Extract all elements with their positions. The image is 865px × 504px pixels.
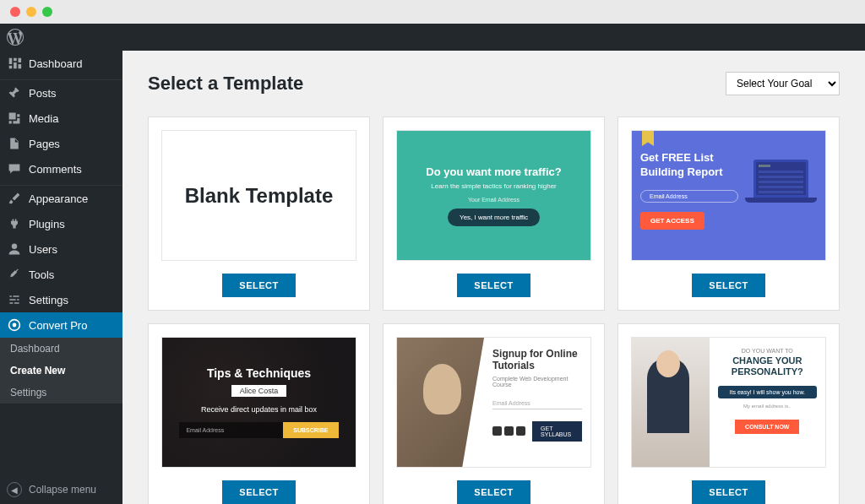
sidebar-item-label: Comments bbox=[29, 163, 82, 176]
template-preview[interactable]: DO YOU WANT TO CHANGE YOUR PERSONALITY? … bbox=[631, 337, 826, 468]
sidebar-item-appearance[interactable]: Appearance bbox=[0, 186, 122, 211]
template-card-signup: Signup for Online Tutorials Complete Web… bbox=[383, 323, 605, 504]
main-content: Select a Template Select Your Goal Blank… bbox=[122, 51, 865, 504]
template-preview[interactable]: Do you want more traffic? Learn the simp… bbox=[396, 130, 591, 261]
preview-subtext: Complete Web Development Course bbox=[492, 376, 582, 387]
preview-cta: Yes, I want more traffic bbox=[448, 209, 540, 226]
select-button[interactable]: SELECT bbox=[457, 480, 530, 504]
template-card-report: Get FREE List Building Report Email Addr… bbox=[617, 117, 840, 311]
preview-question: DO YOU WANT TO bbox=[718, 348, 817, 354]
preview-email-input: Email Address bbox=[492, 398, 582, 409]
page-header: Select a Template Select Your Goal bbox=[148, 72, 840, 95]
sidebar-item-label: Appearance bbox=[29, 192, 88, 205]
sidebar-item-pages[interactable]: Pages bbox=[0, 131, 122, 156]
preview-photo bbox=[397, 338, 484, 467]
preview-email-label: Your Email Address bbox=[468, 197, 520, 203]
social-icons bbox=[492, 426, 525, 436]
submenu-item-create-new[interactable]: Create New bbox=[0, 360, 122, 382]
select-button[interactable]: SELECT bbox=[692, 274, 764, 297]
preview-heading: Signup for Online Tutorials bbox=[492, 348, 582, 372]
collapse-icon: ◀ bbox=[7, 482, 22, 497]
blank-template-label: Blank Template bbox=[185, 184, 334, 208]
preview-cta: CONSULT NOW bbox=[735, 420, 799, 434]
sidebar-item-settings[interactable]: Settings bbox=[0, 287, 122, 312]
mac-titlebar bbox=[0, 0, 865, 24]
preview-banner: Its easy! I will show you how. bbox=[718, 386, 817, 398]
target-icon bbox=[7, 317, 22, 333]
template-preview[interactable]: Get FREE List Building Report Email Addr… bbox=[631, 130, 826, 261]
preview-photo bbox=[632, 338, 710, 467]
submenu-item-settings[interactable]: Settings bbox=[0, 382, 122, 404]
template-grid: Blank Template SELECT Do you want more t… bbox=[148, 117, 840, 504]
collapse-label: Collapse menu bbox=[29, 484, 96, 496]
comment-icon bbox=[7, 161, 22, 176]
template-card-traffic: Do you want more traffic? Learn the simp… bbox=[383, 117, 605, 311]
preview-heading: Tips & Techniques bbox=[207, 366, 311, 380]
template-preview[interactable]: Tips & Techniques Alice Costa Receive di… bbox=[161, 337, 356, 468]
sidebar-item-label: Posts bbox=[29, 87, 57, 100]
page-icon bbox=[7, 136, 22, 151]
facebook-icon bbox=[492, 426, 502, 436]
preview-subtext: Learn the simple tactics for ranking hig… bbox=[431, 182, 557, 190]
page-title: Select a Template bbox=[148, 73, 303, 95]
collapse-menu-button[interactable]: ◀ Collapse menu bbox=[0, 475, 122, 504]
sidebar-item-label: Convert Pro bbox=[29, 319, 87, 332]
preview-heading: Do you want more traffic? bbox=[426, 165, 561, 178]
preview-heading: Get FREE List Building Report bbox=[640, 151, 738, 180]
preview-email-input: Email Address bbox=[179, 422, 283, 438]
laptop-icon bbox=[745, 160, 817, 219]
google-icon bbox=[516, 426, 525, 436]
preview-subtext: Receive direct updates in mail box bbox=[201, 405, 317, 414]
select-button[interactable]: SELECT bbox=[457, 274, 530, 297]
sidebar-item-convert-pro[interactable]: Convert Pro bbox=[0, 312, 122, 338]
user-icon bbox=[7, 241, 22, 257]
select-button[interactable]: SELECT bbox=[692, 480, 764, 504]
plug-icon bbox=[7, 216, 22, 231]
wrench-icon bbox=[7, 267, 22, 282]
sidebar-item-media[interactable]: Media bbox=[0, 106, 122, 131]
preview-author: Alice Costa bbox=[231, 385, 287, 397]
select-button[interactable]: SELECT bbox=[222, 274, 295, 297]
template-card-blank: Blank Template SELECT bbox=[148, 117, 370, 311]
sidebar-item-label: Dashboard bbox=[29, 57, 83, 70]
admin-sidebar: Dashboard Posts Media Pages Comments App… bbox=[0, 51, 122, 504]
sidebar-item-label: Users bbox=[29, 243, 57, 256]
preview-email-label: My email address is.. bbox=[718, 404, 817, 409]
sidebar-item-label: Settings bbox=[29, 294, 68, 306]
linkedin-icon bbox=[504, 426, 514, 436]
svg-point-2 bbox=[13, 323, 17, 328]
mac-close-button[interactable] bbox=[10, 7, 20, 17]
sidebar-item-label: Plugins bbox=[29, 218, 65, 230]
submenu-item-dashboard[interactable]: Dashboard bbox=[0, 338, 122, 360]
preview-cta: GET SYLLABUS bbox=[532, 421, 582, 442]
sidebar-item-posts[interactable]: Posts bbox=[0, 80, 122, 106]
sidebar-submenu: Dashboard Create New Settings bbox=[0, 338, 122, 404]
brush-icon bbox=[7, 191, 22, 206]
sidebar-item-comments[interactable]: Comments bbox=[0, 156, 122, 182]
sidebar-item-label: Media bbox=[29, 112, 58, 125]
preview-email-input: Email Address bbox=[640, 190, 738, 203]
mac-minimize-button[interactable] bbox=[26, 7, 36, 17]
sidebar-item-dashboard[interactable]: Dashboard bbox=[0, 51, 122, 76]
preview-cta: GET ACCESS bbox=[640, 212, 705, 230]
template-card-change: DO YOU WANT TO CHANGE YOUR PERSONALITY? … bbox=[617, 323, 840, 504]
sidebar-item-label: Tools bbox=[29, 268, 54, 281]
preview-heading: CHANGE YOUR PERSONALITY? bbox=[718, 355, 817, 377]
template-preview[interactable]: Blank Template bbox=[161, 130, 356, 261]
mac-maximize-button[interactable] bbox=[42, 7, 52, 17]
sliders-icon bbox=[7, 292, 22, 307]
sidebar-item-users[interactable]: Users bbox=[0, 236, 122, 262]
dashboard-icon bbox=[7, 56, 22, 71]
goal-select-dropdown[interactable]: Select Your Goal bbox=[726, 72, 840, 95]
template-card-tips: Tips & Techniques Alice Costa Receive di… bbox=[148, 323, 370, 504]
select-button[interactable]: SELECT bbox=[222, 480, 295, 504]
sidebar-item-tools[interactable]: Tools bbox=[0, 262, 122, 287]
sidebar-item-plugins[interactable]: Plugins bbox=[0, 211, 122, 236]
template-preview[interactable]: Signup for Online Tutorials Complete Web… bbox=[396, 337, 591, 468]
preview-cta: SUBSCRIBE bbox=[283, 422, 338, 438]
media-icon bbox=[7, 111, 22, 126]
wp-admin-bar bbox=[0, 24, 865, 51]
pin-icon bbox=[7, 85, 22, 100]
svg-point-0 bbox=[12, 244, 17, 249]
wordpress-logo-icon[interactable] bbox=[7, 29, 24, 46]
